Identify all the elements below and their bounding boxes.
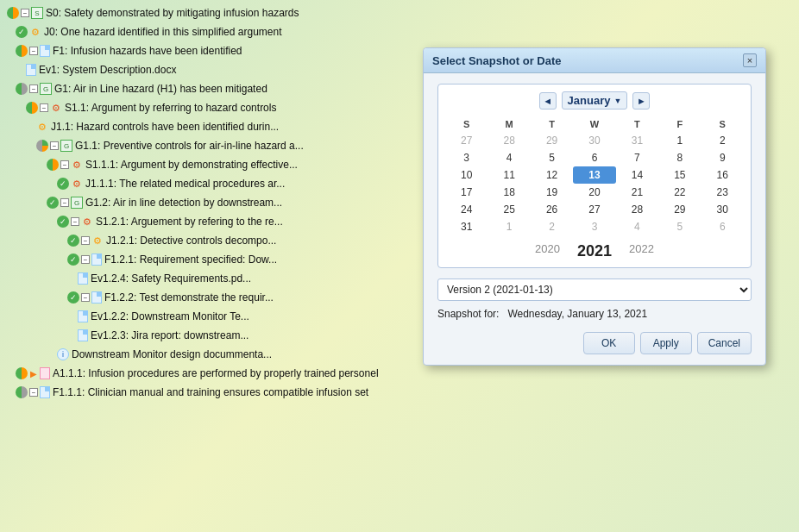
calendar-day[interactable]: 3 bbox=[445, 149, 488, 166]
calendar-day[interactable]: 31 bbox=[445, 218, 488, 235]
type-icon: G bbox=[60, 140, 72, 152]
calendar-day[interactable]: 2 bbox=[701, 132, 744, 149]
dialog-title: Select Snapshot or Date bbox=[432, 54, 562, 67]
calendar-day[interactable]: 5 bbox=[658, 218, 701, 235]
calendar-day[interactable]: 27 bbox=[445, 132, 488, 149]
next-year[interactable]: 2022 bbox=[629, 242, 654, 260]
tree-label: A1.1.1: Infusion procedures are performe… bbox=[53, 367, 379, 379]
snapshot-info: Snapshot for: Wednesday, January 13, 202… bbox=[437, 308, 752, 320]
calendar-day[interactable]: 1 bbox=[488, 218, 530, 235]
calendar-day[interactable]: 30 bbox=[701, 201, 744, 218]
calendar-day[interactable]: 28 bbox=[488, 132, 530, 149]
expand-btn[interactable]: − bbox=[81, 293, 90, 302]
apply-button[interactable]: Apply bbox=[640, 332, 692, 354]
expand-btn[interactable]: − bbox=[29, 84, 38, 93]
status-icon bbox=[7, 7, 19, 19]
prev-year[interactable]: 2020 bbox=[535, 242, 560, 260]
calendar-day[interactable]: 12 bbox=[531, 166, 573, 184]
calendar-day[interactable]: 8 bbox=[658, 149, 701, 166]
tree-label: G1.1: Preventive controls for air-in-lin… bbox=[75, 140, 304, 152]
calendar-day[interactable]: 29 bbox=[531, 132, 573, 149]
calendar-day[interactable]: 18 bbox=[488, 184, 530, 201]
calendar-nav: ◄ January ▼ ► bbox=[445, 91, 744, 110]
day-header-mon: M bbox=[488, 116, 530, 132]
calendar-day[interactable]: 28 bbox=[616, 201, 658, 218]
calendar-day[interactable]: 7 bbox=[616, 149, 658, 166]
tree-label: Ev1.2.3: Jira report: downstream... bbox=[91, 329, 249, 341]
prev-month-button[interactable]: ◄ bbox=[539, 92, 557, 110]
day-header-tue: T bbox=[531, 116, 573, 132]
calendar-day[interactable]: 22 bbox=[658, 184, 701, 201]
type-icon: G bbox=[40, 83, 52, 95]
next-month-button[interactable]: ► bbox=[632, 92, 650, 110]
calendar-day[interactable]: 26 bbox=[531, 201, 573, 218]
calendar-day[interactable]: 14 bbox=[616, 166, 658, 184]
dialog-buttons: OK Apply Cancel bbox=[437, 332, 752, 354]
calendar-day[interactable]: 1 bbox=[658, 132, 701, 149]
tree-label: S1.2.1: Arguement by refering to the re.… bbox=[96, 216, 283, 228]
status-icon: ✓ bbox=[67, 235, 79, 247]
ok-button[interactable]: OK bbox=[583, 332, 635, 354]
calendar-day[interactable]: 21 bbox=[616, 184, 658, 201]
close-button[interactable]: × bbox=[743, 53, 757, 67]
calendar-day[interactable]: 16 bbox=[701, 166, 744, 184]
calendar-grid: S M T W T F S 27282930311234567891011121… bbox=[445, 116, 744, 235]
snapshot-date: Wednesday, January 13, 2021 bbox=[507, 308, 647, 320]
day-header-fri: F bbox=[658, 116, 701, 132]
calendar-day[interactable]: 3 bbox=[573, 218, 615, 235]
version-select[interactable]: Version 2 (2021-01-13) bbox=[437, 279, 752, 301]
status-icon: ✓ bbox=[67, 253, 79, 266]
type-icon: G bbox=[71, 197, 83, 209]
expand-btn[interactable]: − bbox=[71, 217, 79, 226]
calendar-day[interactable]: 5 bbox=[531, 149, 573, 166]
tree-label: S1.1.1: Argument by demonstrating effect… bbox=[85, 159, 298, 171]
calendar-day[interactable]: 10 bbox=[445, 166, 488, 184]
calendar-day[interactable]: 25 bbox=[488, 201, 530, 218]
snapshot-dialog: Select Snapshot or Date × ◄ January ▼ ► … bbox=[423, 47, 766, 366]
calendar-day[interactable]: 2 bbox=[531, 218, 573, 235]
calendar-day[interactable]: 17 bbox=[445, 184, 488, 201]
expand-btn[interactable]: − bbox=[50, 141, 59, 150]
expand-btn[interactable]: − bbox=[81, 255, 90, 264]
type-icon bbox=[40, 45, 50, 57]
type-icon bbox=[78, 329, 88, 341]
calendar-day[interactable]: 6 bbox=[701, 218, 744, 235]
type-icon: ⚙ bbox=[36, 121, 48, 133]
calendar-day[interactable]: 23 bbox=[701, 184, 744, 201]
cancel-button[interactable]: Cancel bbox=[697, 332, 752, 354]
calendar-day[interactable]: 13 bbox=[573, 166, 615, 184]
status-icon: ✓ bbox=[16, 26, 28, 38]
day-header-wed: W bbox=[573, 116, 615, 132]
expand-btn[interactable]: − bbox=[81, 236, 90, 245]
calendar-day[interactable]: 31 bbox=[616, 132, 658, 149]
expand-btn[interactable]: − bbox=[29, 47, 38, 55]
calendar-day[interactable]: 19 bbox=[531, 184, 573, 201]
expand-btn[interactable]: − bbox=[21, 9, 29, 17]
expand-btn[interactable]: − bbox=[29, 388, 38, 397]
type-icon: ⚙ bbox=[91, 235, 104, 247]
calendar-day[interactable]: 24 bbox=[445, 201, 488, 218]
calendar-day[interactable]: 9 bbox=[701, 149, 744, 166]
calendar-day[interactable]: 27 bbox=[573, 201, 615, 218]
calendar-day[interactable]: 20 bbox=[573, 184, 615, 201]
expand-btn[interactable]: − bbox=[60, 198, 69, 207]
calendar-day[interactable]: 15 bbox=[658, 166, 701, 184]
calendar-day[interactable]: 4 bbox=[488, 149, 530, 166]
calendar-day[interactable]: 6 bbox=[573, 149, 615, 166]
month-select[interactable]: January ▼ bbox=[562, 91, 628, 110]
expand-btn[interactable]: − bbox=[40, 103, 48, 112]
status-icon: ✓ bbox=[57, 178, 69, 190]
calendar-day[interactable]: 29 bbox=[658, 201, 701, 218]
tree-label: Ev1: System Description.docx bbox=[39, 64, 176, 76]
tree-label: Ev1.2.4: Safety Requirements.pd... bbox=[91, 272, 251, 285]
status-icon bbox=[26, 102, 38, 114]
expand-btn[interactable]: − bbox=[60, 160, 69, 169]
tree-label: J0: One hazard identified in this simpli… bbox=[44, 26, 281, 38]
calendar-day[interactable]: 30 bbox=[573, 132, 615, 149]
calendar-day[interactable]: 4 bbox=[616, 218, 658, 235]
tree-row: ▶ A1.1.1: Infusion procedures are perfor… bbox=[16, 364, 792, 383]
calendar-day[interactable]: 11 bbox=[488, 166, 530, 184]
tree-label: J1.1: Hazard controls have been identifi… bbox=[51, 121, 279, 133]
type-icon bbox=[40, 386, 50, 398]
tree-label: F1.1.1: Clinician manual and training en… bbox=[53, 386, 368, 398]
